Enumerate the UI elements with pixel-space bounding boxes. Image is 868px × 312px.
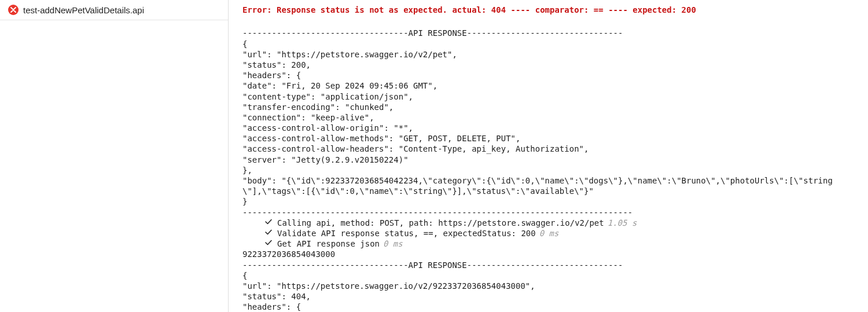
response-line: "headers": { [242,70,854,80]
response-line: "date": "Fri, 20 Sep 2024 09:45:06 GMT", [242,80,854,91]
step-time: 1.05 s [608,218,637,228]
response-line: "content-type": "application/json", [242,91,854,102]
step-text: Validate API response status, ==, expect… [277,228,536,238]
error-icon [8,5,19,15]
step-time: 0 ms [539,228,559,238]
check-icon [264,228,273,236]
step-time: 0 ms [383,238,403,249]
check-icon [264,218,273,226]
step-text: Get API response json [277,238,380,249]
response-line: "transfer-encoding": "chunked", [242,102,854,112]
response-divider-open: ----------------------------------API RE… [242,28,854,38]
response-line: "access-control-allow-headers": "Content… [242,144,854,154]
response-line: }, [242,165,854,175]
response-line: } [242,196,854,207]
response-line: "url": "https://petstore.swagger.io/v2/9… [242,281,854,291]
step-row: Validate API response status, ==, expect… [242,228,854,238]
response-divider-close: ----------------------------------------… [242,207,854,218]
response-line: "access-control-allow-origin": "*", [242,123,854,133]
response-line: "url": "https://petstore.swagger.io/v2/p… [242,49,854,60]
response-line: "connection": "keep-alive", [242,112,854,123]
error-message: Error: Response status is not as expecte… [242,5,854,15]
test-item[interactable]: test-addNewPetValidDetails.api [0,0,228,20]
response-line: "headers": { [242,302,854,312]
id-line: 9223372036854043000 [242,249,854,259]
step-text: Calling api, method: POST, path: https:/… [277,218,604,228]
step-row: Calling api, method: POST, path: https:/… [242,218,854,228]
log-panel: Error: Response status is not as expecte… [229,0,868,312]
response-divider-open: ----------------------------------API RE… [242,260,854,270]
test-item-label: test-addNewPetValidDetails.api [23,5,144,15]
response-line: { [242,270,854,281]
blank [242,17,854,28]
response-line: "server": "Jetty(9.2.9.v20150224)" [242,155,854,165]
response-line: "status": 200, [242,60,854,70]
response-line: { [242,39,854,49]
response-line: "status": 404, [242,291,854,302]
response-line: "access-control-allow-methods": "GET, PO… [242,133,854,144]
test-sidebar: test-addNewPetValidDetails.api [0,0,229,312]
response-line: "body": "{\"id\":9223372036854042234,\"c… [242,175,854,196]
step-row: Get API response json 0 ms [242,238,854,249]
check-icon [264,238,273,247]
